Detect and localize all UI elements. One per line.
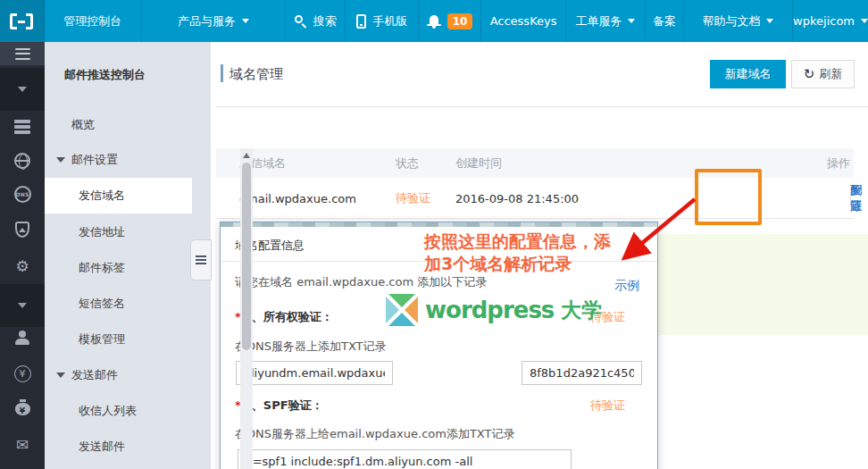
topbar-accesskeys-link[interactable]: AccessKeys	[481, 0, 565, 42]
chevron-down-icon	[861, 19, 868, 23]
sidebar-item-sms-signature[interactable]: 短信签名	[45, 286, 192, 322]
col-actions: 操作	[827, 155, 850, 172]
sidebar-item-sending-domain[interactable]: 发信域名	[45, 178, 192, 214]
collapse-panel-icon	[196, 255, 206, 264]
section1-hint: 在DNS服务器上添加TXT记录	[235, 339, 387, 355]
sidebar-item-send-mail[interactable]: 发送邮件	[45, 429, 192, 465]
sidebar-item-mail-tag[interactable]: 邮件标签	[45, 250, 192, 286]
sidebar-title: 邮件推送控制台	[64, 67, 146, 83]
chevron-down-icon	[18, 87, 27, 92]
rail-item-settings[interactable]: ⚙	[0, 255, 45, 277]
hamburger-icon	[15, 48, 30, 60]
beian-label: 备案	[653, 13, 676, 29]
watermark-brand: wordpress	[425, 297, 554, 323]
topbar-user-menu[interactable]: wpkejicom	[793, 0, 868, 42]
col-status: 状态	[396, 155, 419, 172]
delete-link[interactable]: 删除	[850, 182, 862, 214]
topbar-console-link[interactable]: 管理控制台	[45, 0, 142, 42]
chevron-down-icon	[766, 19, 773, 23]
rail-item-products[interactable]	[0, 116, 45, 138]
chevron-down-icon	[242, 19, 249, 23]
scroll-up-icon[interactable]	[243, 153, 250, 158]
rail-item-network[interactable]	[0, 150, 45, 172]
sidebar-scrollbar[interactable]	[240, 148, 253, 469]
refresh-label: 刷新	[819, 66, 842, 82]
topbar-mobile-link[interactable]: 手机版	[346, 0, 418, 42]
close-icon[interactable]: ×	[630, 236, 645, 250]
header-divider	[216, 106, 868, 107]
rail-collapse-bottom[interactable]	[0, 284, 45, 327]
title-accent-bar	[221, 64, 223, 82]
annotation-text: 按照这里的配置信息，添 加3个域名解析记录	[424, 230, 611, 275]
aliyun-logo[interactable]	[0, 0, 45, 42]
yen-circle-icon: ¥	[14, 365, 31, 382]
col-created: 创建时间	[455, 155, 502, 172]
topbar-tickets-menu[interactable]: 工单服务	[566, 0, 646, 42]
search-icon	[295, 15, 307, 28]
watermark-suffix: 大学	[561, 297, 602, 324]
username-label: wpkejicom	[793, 14, 855, 28]
aliyun-logo-icon	[10, 13, 33, 29]
topbar-notifications[interactable]: 10	[419, 0, 482, 42]
sidebar-group-send-mail[interactable]: 发送邮件	[45, 357, 192, 393]
status-badge: 待验证	[396, 190, 430, 206]
rail-item-funds[interactable]: ¥	[0, 398, 45, 420]
spf-value-input[interactable]	[238, 449, 572, 469]
chevron-down-icon	[18, 303, 27, 308]
search-label: 搜索	[313, 13, 337, 29]
refresh-icon: ↻	[804, 68, 815, 81]
mail-icon: ✉	[16, 438, 29, 453]
chevron-down-icon	[56, 373, 65, 378]
sidebar-toggle-button[interactable]	[0, 42, 45, 65]
console-label: 管理控制台	[63, 13, 121, 29]
refresh-button[interactable]: ↻ 刷新	[791, 60, 855, 88]
rail-collapse-top[interactable]	[0, 68, 45, 111]
rail-item-security[interactable]	[0, 219, 45, 240]
sidebar-item-template-management[interactable]: 模板管理	[45, 322, 192, 357]
rail-item-user[interactable]	[0, 327, 45, 348]
txt-value-input[interactable]	[522, 361, 642, 385]
sidebar-item-sending-address[interactable]: 发信地址	[45, 214, 192, 250]
moneybag-icon: ¥	[15, 403, 30, 415]
help-label: 帮助与文档	[702, 13, 760, 29]
globe-icon	[14, 153, 30, 169]
notice-box: 创建二级域名。	[625, 234, 868, 335]
new-domain-button[interactable]: 新建域名	[710, 60, 786, 88]
aliyun-console-screen: 管理控制台 产品与服务 搜索 手机版 10 AccessKeys 工单服务 备案	[0, 0, 868, 469]
dialog-intro: 请您在域名 email.wpdaxue.com 添加以下记录	[235, 274, 487, 290]
topbar-beian-link[interactable]: 备案	[646, 0, 684, 42]
tickets-label: 工单服务	[575, 13, 622, 29]
products-label: 产品与服务	[178, 13, 236, 29]
sidebar-group-mail-settings[interactable]: 邮件设置	[45, 142, 192, 178]
user-icon	[15, 331, 29, 345]
icon-rail: DNS ⚙ ¥ ¥ ✉	[0, 42, 45, 469]
rail-item-billing[interactable]: ¥	[0, 363, 45, 384]
example-link[interactable]: 示例	[614, 278, 639, 294]
scrollbar-thumb[interactable]	[242, 163, 251, 350]
sidebar-collapse-handle[interactable]	[190, 239, 212, 281]
txt-host-input[interactable]	[236, 361, 393, 385]
rail-item-dns[interactable]: DNS	[0, 183, 45, 205]
mobile-label: 手机版	[372, 13, 407, 29]
topbar-help-menu[interactable]: 帮助与文档	[684, 0, 793, 42]
wordpress-daxue-logo-icon	[386, 294, 418, 326]
section2-hint: 在DNS服务器上给email.wpdaxue.com添加TXT记录	[235, 426, 514, 442]
sidebar-item-recipient-list[interactable]: 收信人列表	[45, 393, 192, 429]
created-cell: 2016-09-08 21:45:00	[455, 191, 579, 205]
topbar-products-menu[interactable]: 产品与服务	[142, 0, 286, 42]
watermark: wordpress 大学	[386, 294, 602, 326]
topbar: 管理控制台 产品与服务 搜索 手机版 10 AccessKeys 工单服务 备案	[0, 0, 868, 42]
page-title: 域名管理	[230, 66, 283, 83]
mobile-icon	[356, 14, 366, 29]
sidebar: 邮件推送控制台 概览 邮件设置 发信域名 发信地址 邮件标签 短信签名 模板管理…	[45, 42, 211, 469]
chevron-down-icon	[56, 157, 65, 163]
domain-cell: email.wpdaxue.com	[239, 191, 356, 205]
shield-icon	[15, 222, 29, 238]
servers-icon	[14, 120, 30, 134]
section2-status: 待验证	[590, 398, 625, 414]
gear-icon: ⚙	[15, 259, 29, 274]
chevron-down-icon	[628, 19, 635, 23]
sidebar-item-overview[interactable]: 概览	[45, 107, 192, 143]
topbar-search-button[interactable]: 搜索	[286, 0, 346, 42]
rail-item-mail[interactable]: ✉	[0, 434, 45, 456]
